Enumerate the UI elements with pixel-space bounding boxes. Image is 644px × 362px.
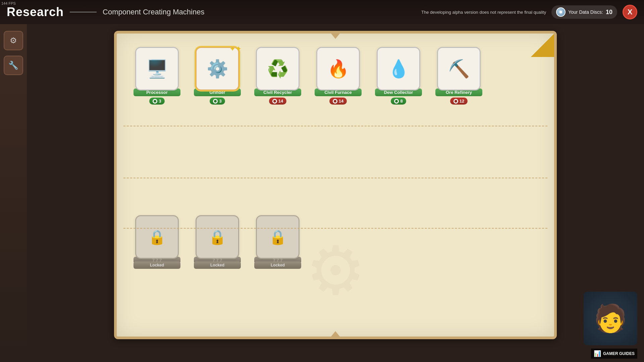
unlocked-machines-section: 🖥️ Processor 3 ⚙️ ✦✦ Grinder 3 ♻️ (123, 44, 547, 121)
main-content: ⚙ 🖥️ Processor 3 ⚙️ ✦✦ Grinder 3 (27, 24, 644, 362)
machine-card-dew-collector[interactable]: 💧 Dew Collector 8 (372, 47, 425, 105)
discs-label: Your Data Discs: (568, 9, 603, 15)
cost-badge: 3 (210, 98, 225, 105)
gamer-guides-badge: 📊 GAMER GUIDES (591, 349, 637, 359)
cost-circle (333, 99, 337, 104)
cost-value: 8 (400, 99, 402, 104)
cost-value: 14 (278, 99, 283, 104)
sparkle-icon: ✦✦ (229, 45, 241, 53)
alpha-notice: The developing alpha version does not re… (421, 10, 546, 15)
disc-icon (556, 7, 566, 17)
cost-circle (453, 99, 458, 104)
sidebar-wrench-button[interactable]: 🔧 (4, 56, 23, 75)
machine-icon: ⛏️ (448, 59, 470, 79)
lock-icon: 🔒 (148, 229, 166, 245)
card-icon-box: 🖥️ (135, 47, 179, 90)
machine-icon: ♻️ (267, 59, 289, 79)
locked-card-2[interactable]: 🔒 ? ? ? Locked (251, 215, 305, 269)
cost-circle (153, 99, 157, 104)
machine-card-ore-refinery[interactable]: ⛏️ Ore Refinery 12 (432, 47, 486, 105)
gamer-guides-label: GAMER GUIDES (603, 351, 635, 356)
locked-card-box: 🔒 (256, 215, 300, 259)
page-title: Research (7, 5, 64, 19)
character-avatar: 🧑 (584, 292, 637, 345)
locked-label: Locked (254, 261, 301, 269)
card-icon-box: 💧 (377, 47, 420, 90)
gear-icon: ⚙ (10, 36, 17, 45)
cost-badge: 14 (269, 98, 286, 105)
card-icon-box: ♻️ (256, 47, 300, 90)
locked-row: 🔒 ? ? ? Locked 🔒 ? ? ? Locked 🔒 ? ? ? Lo… (130, 215, 547, 269)
gamer-guides-icon: 📊 (594, 350, 601, 357)
machine-card-civil-recycler[interactable]: ♻️ Civil Recycler 14 (251, 47, 305, 105)
cost-badge: 12 (450, 98, 468, 105)
sidebar: ⚙ 🔧 (0, 24, 27, 362)
locked-card-box: 🔒 (135, 215, 179, 259)
cost-value: 14 (339, 99, 343, 104)
divider-3 (123, 228, 547, 229)
top-bar: 144 FPS Research Component Creating Mach… (0, 0, 644, 24)
cost-badge: 14 (329, 98, 347, 105)
cost-value: 12 (460, 99, 464, 104)
data-discs-container: Your Data Discs: 10 (551, 5, 617, 19)
character-widget: 🧑 📊 GAMER GUIDES (584, 292, 637, 359)
cost-circle (272, 99, 277, 104)
research-board: ⚙ 🖥️ Processor 3 ⚙️ ✦✦ Grinder 3 (114, 31, 557, 339)
cost-circle (213, 99, 218, 104)
locked-card-1[interactable]: 🔒 ? ? ? Locked (191, 215, 244, 269)
page-subtitle: Component Creating Machines (103, 8, 204, 16)
machines-row: 🖥️ Processor 3 ⚙️ ✦✦ Grinder 3 ♻️ (130, 47, 547, 105)
close-button[interactable]: X (623, 5, 637, 19)
sidebar-gear-button[interactable]: ⚙ (4, 31, 23, 50)
locked-label: Locked (133, 261, 180, 269)
card-icon-box: ⚙️ ✦✦ (196, 47, 239, 90)
card-icon-box: ⛏️ (437, 47, 481, 90)
locked-card-box: 🔒 (196, 215, 239, 259)
edge-arrow-top (329, 32, 341, 39)
machine-icon: 💧 (388, 59, 410, 79)
top-right-controls: The developing alpha version does not re… (421, 5, 637, 19)
lock-icon: 🔒 (269, 229, 286, 245)
locked-machines-section: 🔒 ? ? ? Locked 🔒 ? ? ? Locked 🔒 ? ? ? Lo… (123, 121, 547, 286)
machine-icon: 🔥 (327, 59, 349, 79)
cost-badge: 8 (391, 98, 406, 105)
machine-card-processor[interactable]: 🖥️ Processor 3 (130, 47, 184, 105)
divider-2 (123, 178, 547, 178)
machine-card-grinder[interactable]: ⚙️ ✦✦ Grinder 3 (191, 47, 244, 105)
lock-icon: 🔒 (209, 229, 226, 245)
fps-badge: 144 FPS (1, 1, 16, 5)
cost-value: 3 (219, 99, 221, 104)
locked-card-0[interactable]: 🔒 ? ? ? Locked (130, 215, 184, 269)
card-icon-box: 🔥 (316, 47, 360, 90)
cost-circle (394, 99, 399, 104)
edge-arrow-bottom (329, 331, 341, 339)
title-divider (70, 12, 97, 12)
locked-label: Locked (194, 261, 241, 269)
cost-badge: 3 (149, 98, 164, 105)
discs-count: 10 (606, 9, 612, 16)
cost-value: 3 (159, 99, 161, 104)
wrench-icon: 🔧 (8, 61, 18, 70)
machine-card-civil-furnace[interactable]: 🔥 Civil Furnace 14 (311, 47, 365, 105)
machine-icon: ⚙️ (207, 59, 228, 79)
machine-icon: 🖥️ (146, 59, 168, 79)
